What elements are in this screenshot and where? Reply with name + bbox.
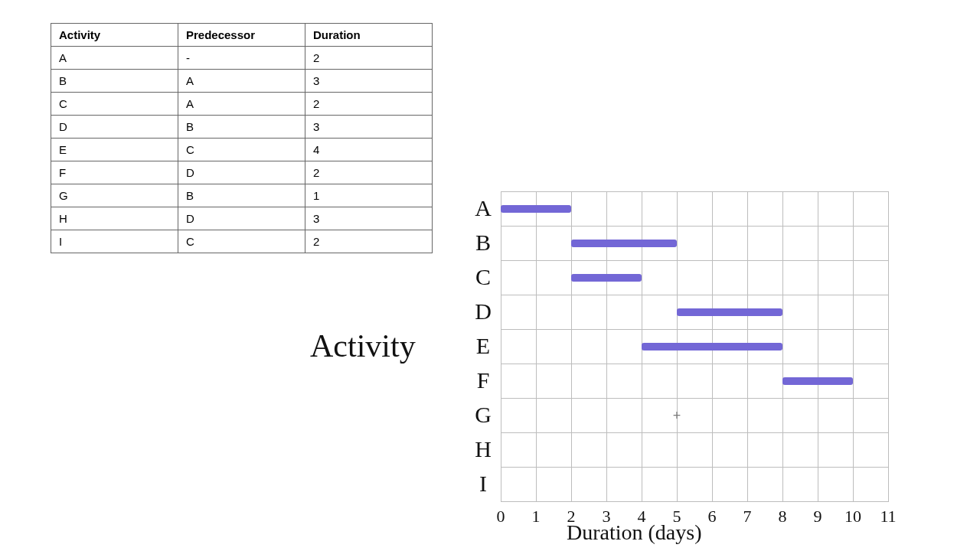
gantt-bar (571, 240, 677, 247)
cell-activity: H (51, 207, 178, 230)
table-row: EC4 (51, 139, 433, 161)
cell-activity: G (51, 184, 178, 207)
gantt-bar (571, 274, 642, 282)
row-label: I (470, 471, 496, 497)
table-row: IC2 (51, 230, 433, 253)
x-tick-label: 4 (638, 507, 646, 527)
cell-duration: 3 (305, 116, 433, 139)
table-row: FD2 (51, 161, 433, 184)
col-activity: Activity (51, 24, 178, 47)
x-tick-label: 9 (814, 507, 822, 527)
table-row: CA2 (51, 93, 433, 116)
table-row: A-2 (51, 47, 433, 70)
cell-predecessor: A (178, 93, 305, 116)
x-tick-label: 10 (844, 507, 861, 527)
cell-predecessor: B (178, 184, 305, 207)
row-label: B (470, 230, 496, 256)
cell-predecessor: - (178, 47, 305, 70)
row-label: E (470, 333, 496, 359)
gantt-bar (677, 308, 782, 316)
gantt-chart: + ABCDEFGHI01234567891011 (470, 191, 889, 502)
cell-predecessor: C (178, 230, 305, 253)
cell-duration: 3 (305, 70, 433, 93)
y-axis-label: Activity (310, 328, 416, 364)
cell-duration: 4 (305, 139, 433, 161)
cell-predecessor: C (178, 139, 305, 161)
cell-duration: 2 (305, 161, 433, 184)
cell-activity: I (51, 230, 178, 253)
cursor-mark-icon: + (673, 407, 681, 423)
table-row: GB1 (51, 184, 433, 207)
x-tick-label: 3 (603, 507, 611, 527)
row-label: H (470, 436, 496, 462)
row-label: A (470, 195, 496, 221)
table-row: DB3 (51, 116, 433, 139)
cell-predecessor: A (178, 70, 305, 93)
cell-duration: 2 (305, 93, 433, 116)
col-duration: Duration (305, 24, 433, 47)
cell-predecessor: D (178, 207, 305, 230)
cell-activity: E (51, 139, 178, 161)
x-tick-label: 11 (880, 507, 896, 527)
cell-predecessor: D (178, 161, 305, 184)
x-axis-label: Duration (days) (567, 520, 702, 545)
x-tick-label: 8 (779, 507, 787, 527)
cell-activity: A (51, 47, 178, 70)
cell-activity: B (51, 70, 178, 93)
col-predecessor: Predecessor (178, 24, 305, 47)
cell-predecessor: B (178, 116, 305, 139)
table-row: BA3 (51, 70, 433, 93)
cell-activity: D (51, 116, 178, 139)
x-tick-label: 2 (567, 507, 576, 527)
cell-duration: 3 (305, 207, 433, 230)
cell-duration: 2 (305, 230, 433, 253)
x-tick-label: 7 (743, 507, 752, 527)
table-header-row: Activity Predecessor Duration (51, 24, 433, 47)
row-label: F (470, 367, 496, 393)
row-label: D (470, 298, 496, 324)
gantt-bar (642, 343, 782, 350)
gantt-bar (501, 205, 571, 213)
x-tick-label: 6 (708, 507, 717, 527)
x-tick-label: 0 (497, 507, 505, 527)
row-label: C (470, 264, 496, 290)
cell-duration: 1 (305, 184, 433, 207)
cell-activity: C (51, 93, 178, 116)
table-row: HD3 (51, 207, 433, 230)
row-label: G (470, 402, 496, 428)
gantt-bar (782, 377, 853, 385)
cell-activity: F (51, 161, 178, 184)
cell-duration: 2 (305, 47, 433, 70)
x-tick-label: 5 (673, 507, 681, 527)
gantt-grid: + (501, 191, 889, 502)
x-tick-label: 1 (532, 507, 541, 527)
activity-table: Activity Predecessor Duration A-2 BA3 CA… (51, 23, 433, 253)
